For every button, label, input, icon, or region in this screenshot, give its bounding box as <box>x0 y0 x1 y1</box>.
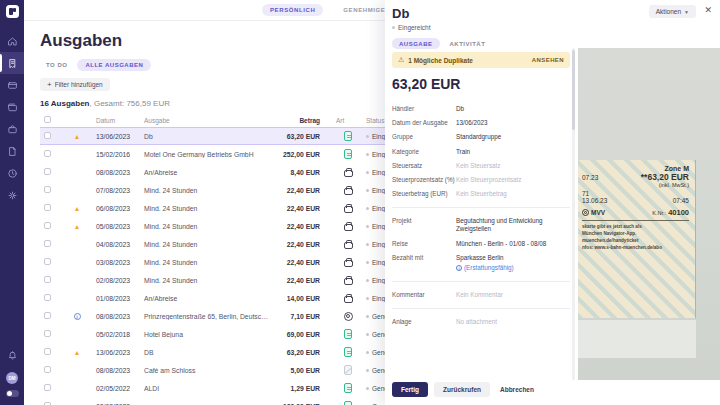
topnav-tab[interactable]: PERSÖNLICH <box>262 4 323 16</box>
field-value[interactable]: 13/06/2023 <box>456 119 570 127</box>
page-tab[interactable]: TO DO <box>46 59 67 71</box>
select-all-checkbox[interactable] <box>44 116 51 123</box>
field-label: Steuerprozentsatz (%) <box>392 176 456 184</box>
status-dot-icon <box>366 279 369 282</box>
detail-actions: Fertig Zurückrufen Abbrechen <box>392 382 538 397</box>
field-label: Händler <box>392 105 456 113</box>
field-value[interactable]: Begutachtung und Entwicklung Zweigstelle… <box>456 217 570 233</box>
status-dot-icon <box>366 153 369 156</box>
row-checkbox[interactable] <box>44 204 51 211</box>
row-checkbox[interactable] <box>44 330 51 337</box>
sidebar-item-notifications[interactable] <box>0 344 24 366</box>
user-avatar[interactable]: DM <box>6 372 18 384</box>
field-value[interactable]: Train <box>456 148 570 156</box>
row-merchant: Mind. 24 Stunden <box>144 223 274 230</box>
col-art[interactable]: Art <box>336 117 360 124</box>
receipt-icon <box>344 401 352 405</box>
sidebar-item-wallet[interactable] <box>0 96 24 118</box>
sidebar-item-expenses[interactable] <box>0 52 24 74</box>
row-amount: 22,40 EUR <box>274 277 320 284</box>
ticket-text-line: muenchen.de/handyticket <box>582 238 689 245</box>
row-date: 08/08/2023 <box>96 367 144 374</box>
done-button[interactable]: Fertig <box>392 382 428 397</box>
panel-scrollbar[interactable] <box>572 48 575 380</box>
field-value[interactable]: No attachment <box>456 318 570 326</box>
field-value[interactable]: Kein Steuerbetrag <box>456 190 570 198</box>
field-value[interactable]: Db <box>456 105 570 113</box>
row-amount: 252,00 EUR <box>274 151 320 158</box>
sidebar: DM <box>0 0 24 405</box>
recall-button[interactable]: Zurückrufen <box>434 382 490 397</box>
field-value[interactable]: Kein Kommentar <box>456 291 570 299</box>
detail-tab[interactable]: AKTIVITÄT <box>450 41 486 47</box>
sidebar-item-invoices[interactable] <box>0 140 24 162</box>
sidebar-item-home[interactable] <box>0 30 24 52</box>
close-icon[interactable]: ✕ <box>704 6 712 15</box>
briefcase-icon <box>344 170 353 177</box>
row-merchant: Mind. 24 Stunden <box>144 241 274 248</box>
actions-button[interactable]: Aktionen▼ <box>649 5 696 18</box>
row-checkbox[interactable] <box>44 294 51 301</box>
row-checkbox[interactable] <box>44 150 51 157</box>
detail-field: KategorieTrain <box>392 148 570 156</box>
info-icon: i <box>456 265 462 271</box>
row-date: 02/05/2022 <box>96 385 144 392</box>
field-label: Datum der Ausgabe <box>392 119 456 127</box>
wallet-icon <box>7 102 18 113</box>
sidebar-item-cards[interactable] <box>0 74 24 96</box>
warning-icon: ▲ <box>74 223 81 230</box>
pleo-logo-icon[interactable] <box>6 5 19 18</box>
status-dot-icon <box>366 387 369 390</box>
receipt-icon <box>344 131 352 141</box>
status-dot-icon <box>366 225 369 228</box>
sidebar-item-trips[interactable] <box>0 118 24 140</box>
row-checkbox[interactable] <box>44 384 51 391</box>
sidebar-item-history[interactable] <box>0 162 24 184</box>
row-checkbox[interactable] <box>44 348 51 355</box>
receipt-photo[interactable]: Zone M 07.23**63,20 EUR (inkl. MwSt.) 71… <box>578 48 720 380</box>
row-checkbox[interactable] <box>44 186 51 193</box>
field-label: Steuersatz <box>392 162 456 170</box>
field-label: Gruppe <box>392 133 456 141</box>
detail-tab[interactable]: AUSGABE <box>392 38 440 49</box>
row-merchant: Mind. 24 Stunden <box>144 205 274 212</box>
detail-field: SteuersatzKein Steuersatz <box>392 162 570 170</box>
row-checkbox[interactable] <box>44 276 51 283</box>
status-dot-icon <box>366 315 369 318</box>
row-date: 05/02/2018 <box>96 331 144 338</box>
status-dot-icon <box>366 261 369 264</box>
cancel-button[interactable]: Abbrechen <box>496 382 538 397</box>
row-checkbox[interactable] <box>44 240 51 247</box>
sidebar-item-settings[interactable] <box>0 184 24 206</box>
field-label: Kommentar <box>392 291 456 299</box>
row-date: 07/08/2023 <box>96 187 144 194</box>
receipt-icon <box>344 329 352 339</box>
row-merchant: ALDI <box>144 385 274 392</box>
row-checkbox[interactable] <box>44 132 51 139</box>
row-merchant: An/Abreise <box>144 169 274 176</box>
row-checkbox[interactable] <box>44 168 51 175</box>
page-tab[interactable]: ALLE AUSGABEN <box>77 59 151 71</box>
ticket-info-lines: skarte gibt es jetzt auch alsMünchen Nav… <box>582 224 689 252</box>
col-betrag[interactable]: Betrag <box>274 117 320 124</box>
row-checkbox[interactable] <box>44 312 51 319</box>
briefcase-icon <box>344 224 353 231</box>
row-checkbox[interactable] <box>44 258 51 265</box>
col-ausgabe[interactable]: Ausgabe <box>144 117 274 124</box>
detail-field: ReiseMünchen - Berlin - 01/08 - 08/08 <box>392 240 570 248</box>
field-value[interactable]: Kein Steuerprozentsatz <box>456 176 570 184</box>
add-filter-button[interactable]: + Filter hinzufügen <box>40 78 110 91</box>
field-value[interactable]: Kein Steuersatz <box>456 162 570 170</box>
field-value[interactable]: Standardgruppe <box>456 133 570 141</box>
field-value[interactable]: München - Berlin - 01/08 - 08/08 <box>456 240 570 248</box>
home-icon <box>7 36 18 47</box>
detail-field: HändlerDb <box>392 105 570 113</box>
row-checkbox[interactable] <box>44 366 51 373</box>
theme-toggle[interactable] <box>6 390 19 397</box>
row-checkbox[interactable] <box>44 222 51 229</box>
field-value[interactable]: Sparkasse Berlini(Erstattungsfähig) <box>456 254 570 272</box>
view-duplicates-link[interactable]: ANSEHEN <box>532 57 564 63</box>
col-datum[interactable]: Datum <box>96 117 144 124</box>
row-amount: 7,10 EUR <box>274 313 320 320</box>
briefcase-icon <box>344 260 353 267</box>
